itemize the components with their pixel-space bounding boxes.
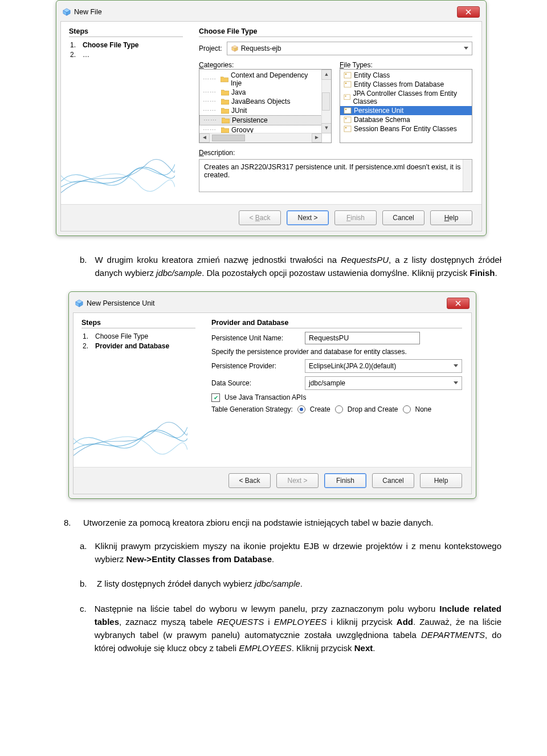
radio-create[interactable] xyxy=(297,405,305,413)
new-persistence-unit-dialog: New Persistence Unit Steps 1.Choose File… xyxy=(68,291,476,499)
steps-heading: Steps xyxy=(81,319,195,327)
paragraph-b2: b. Z listy dostępnych źródeł danych wybi… xyxy=(80,577,501,590)
finish-button[interactable]: Finish xyxy=(334,210,377,225)
description-text: Creates an JSR220/JSR317 persistence uni… xyxy=(199,159,472,192)
new-file-dialog: New File Steps 1.Choose File Type 2.… xyxy=(56,0,487,236)
radio-drop-create[interactable] xyxy=(335,405,343,413)
filetype-db-schema: Database Schema xyxy=(340,115,472,124)
paragraph-a2: a. Kliknij prawym przyciskiem myszy na i… xyxy=(80,539,501,566)
svg-point-11 xyxy=(345,83,347,84)
provider-select[interactable]: EclipseLink(JPA 2.0)(default) xyxy=(305,359,462,373)
file-icon xyxy=(344,72,352,79)
radio-none[interactable] xyxy=(403,405,411,413)
steps-panel: Steps 1.Choose File Type 2.Provider and … xyxy=(74,313,202,467)
chevron-down-icon xyxy=(454,381,458,384)
categories-label: Categories: xyxy=(199,61,332,69)
decorative-wave xyxy=(61,141,175,204)
filetype-session-beans: Session Beans For Entity Classes xyxy=(340,124,472,133)
project-label: Project: xyxy=(199,44,222,52)
scroll-thumb[interactable] xyxy=(322,92,330,111)
back-button[interactable]: < Back xyxy=(228,473,271,488)
category-cdi: ⋯⋯Context and Dependency Inje xyxy=(199,71,322,88)
project-icon xyxy=(231,44,239,52)
folder-icon xyxy=(221,76,228,83)
finish-button[interactable]: Finish xyxy=(324,473,366,488)
decorative-wave xyxy=(74,404,187,467)
svg-point-17 xyxy=(345,118,347,120)
dialog-title: New Persistence Unit xyxy=(87,299,155,307)
app-icon xyxy=(75,299,83,307)
close-button[interactable] xyxy=(457,6,480,18)
filetype-entity-class: Entity Class xyxy=(340,71,472,80)
step-ellipsis: … xyxy=(83,50,89,60)
category-java: ⋯⋯Java xyxy=(199,88,322,97)
titlebar: New Persistence Unit xyxy=(73,296,472,312)
use-jta-label: Use Java Transaction APIs xyxy=(224,393,306,401)
svg-rect-14 xyxy=(344,108,351,113)
horizontal-scrollbar[interactable]: ◄► xyxy=(199,133,322,143)
paragraph-b: b. W drugim kroku kreatora zmień nazwę j… xyxy=(80,253,501,280)
svg-rect-16 xyxy=(344,117,351,123)
step-choose-file-type: Choose File Type xyxy=(95,332,148,342)
steps-heading: Steps xyxy=(69,27,183,35)
cancel-button[interactable]: Cancel xyxy=(382,210,424,225)
svg-rect-12 xyxy=(344,95,350,100)
next-button[interactable]: Next > xyxy=(276,473,319,488)
chevron-down-icon xyxy=(464,47,468,50)
filetype-jpa-controller: JPA Controller Classes from Entity Class… xyxy=(340,89,472,106)
cancel-button[interactable]: Cancel xyxy=(372,473,414,488)
steps-panel: Steps 1.Choose File Type 2.… xyxy=(61,22,190,204)
svg-rect-8 xyxy=(344,72,351,78)
button-bar: < Back Next > Finish Cancel Help xyxy=(74,467,471,494)
svg-point-9 xyxy=(345,74,347,75)
paragraph-c2: c. Następnie na liście tabel do wyboru w… xyxy=(80,602,501,655)
specify-text: Specify the persistence provider and dat… xyxy=(211,348,407,356)
category-junit: ⋯⋯JUnit xyxy=(199,106,322,115)
provider-label: Persistence Provider: xyxy=(211,362,300,370)
close-button[interactable] xyxy=(447,298,470,309)
pu-name-label: Persistence Unit Name: xyxy=(211,334,300,342)
categories-list[interactable]: ⋯⋯Context and Dependency Inje ⋯⋯Java ⋯⋯J… xyxy=(199,69,332,143)
svg-rect-10 xyxy=(344,82,351,87)
button-bar: < Back Next > Finish Cancel Help xyxy=(61,204,481,231)
svg-point-15 xyxy=(345,109,347,111)
right-heading: Choose File Type xyxy=(199,27,472,35)
next-button[interactable]: Next > xyxy=(287,210,329,225)
pu-name-input[interactable]: RequestsPU xyxy=(305,332,420,344)
help-button[interactable]: Help xyxy=(420,473,462,488)
step-8: 8. Utworzenie za pomocą kreatora zbioru … xyxy=(64,516,501,529)
description-label: Description: xyxy=(199,149,235,157)
filetypes-label: File Types: xyxy=(340,61,472,69)
datasource-label: Data Source: xyxy=(211,379,300,387)
svg-point-19 xyxy=(345,127,347,129)
dialog-title: New File xyxy=(74,8,102,16)
project-select[interactable]: Requests-ejb xyxy=(227,42,472,55)
right-heading: Provider and Database xyxy=(211,319,462,327)
datasource-select[interactable]: jdbc/sample xyxy=(305,376,462,390)
help-button[interactable]: Help xyxy=(430,210,472,225)
filetype-entity-from-db: Entity Classes from Database xyxy=(340,80,472,89)
category-javabeans: ⋯⋯JavaBeans Objects xyxy=(199,97,322,106)
filetypes-list[interactable]: Entity Class Entity Classes from Databas… xyxy=(340,69,472,143)
titlebar: New File xyxy=(60,5,482,21)
filetype-persistence-unit: Persistence Unit xyxy=(340,106,472,115)
svg-point-13 xyxy=(345,96,346,97)
strategy-label: Table Generation Strategy: xyxy=(211,405,293,413)
chevron-down-icon xyxy=(454,364,458,367)
step-provider-and-database: Provider and Database xyxy=(95,342,169,351)
svg-rect-18 xyxy=(344,126,351,132)
step-choose-file-type: Choose File Type xyxy=(83,40,138,50)
app-icon xyxy=(63,8,71,16)
category-persistence: ⋯⋯Persistence xyxy=(199,115,322,125)
back-button[interactable]: < Back xyxy=(239,210,281,225)
use-jta-checkbox[interactable]: ✔ xyxy=(211,393,220,402)
